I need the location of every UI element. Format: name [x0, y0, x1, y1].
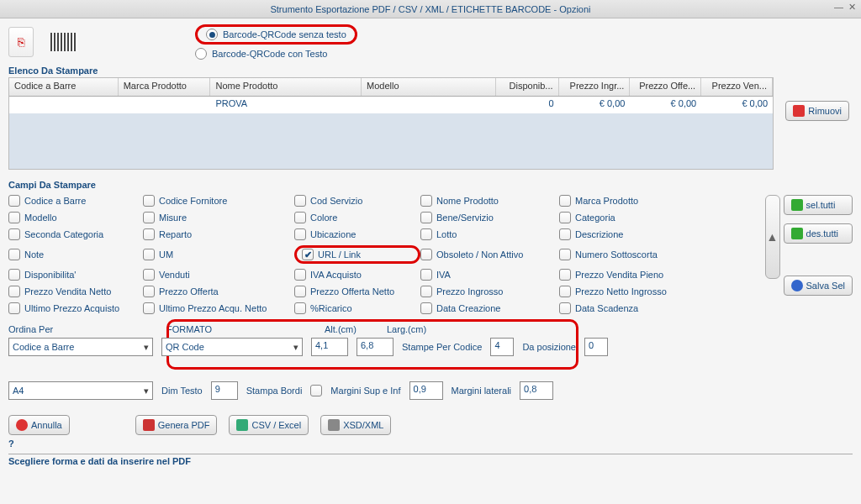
- check-icon: [791, 228, 803, 239]
- window-close-icon[interactable]: ✕: [848, 2, 856, 13]
- scroll-up-icon[interactable]: ▲: [765, 195, 780, 279]
- chk-modello[interactable]: [8, 212, 20, 223]
- chk-disponibilita[interactable]: [8, 269, 20, 281]
- check-icon: [791, 199, 803, 211]
- chk-reparto[interactable]: [143, 228, 155, 240]
- chk-categoria[interactable]: [559, 212, 571, 223]
- paper-select[interactable]: A4: [8, 381, 153, 400]
- save-sel-button[interactable]: Salva Sel: [784, 276, 853, 296]
- select-all-button[interactable]: sel.tutti: [784, 195, 853, 215]
- stampe-input[interactable]: 4: [490, 338, 514, 356]
- col-marca[interactable]: Marca Prodotto: [119, 78, 211, 96]
- chk-seconda-cat[interactable]: [8, 228, 20, 240]
- alt-input[interactable]: 4,1: [311, 338, 348, 356]
- formato-select[interactable]: QR Code: [161, 338, 303, 356]
- save-icon: [791, 280, 803, 291]
- alt-label: Alt.(cm): [325, 324, 363, 334]
- chk-note[interactable]: [8, 249, 20, 260]
- table-row[interactable]: PROVA 0 € 0,00 € 0,00 € 0,00: [9, 97, 773, 113]
- chk-venduti[interactable]: [143, 269, 155, 281]
- chk-prezzo-netto-ingrosso[interactable]: [559, 286, 571, 297]
- chk-iva-acquisto[interactable]: [294, 269, 306, 281]
- chk-marca-prodotto[interactable]: [559, 195, 571, 207]
- marginilat-label: Margini laterali: [452, 386, 512, 396]
- col-offe[interactable]: Prezzo Offe...: [630, 78, 701, 96]
- window-minimize-icon[interactable]: —: [834, 2, 843, 13]
- list-header: Elenco Da Stampare: [8, 66, 853, 76]
- chk-codice-fornitore[interactable]: [143, 195, 155, 207]
- highlight-url-link: URL / Link: [294, 245, 420, 264]
- chk-lotto[interactable]: [420, 228, 432, 240]
- stampe-label: Stampe Per Codice: [402, 342, 482, 352]
- radio-with-text-label: Barcode-QRCode con Testo: [212, 49, 327, 59]
- remove-icon: [793, 105, 805, 117]
- col-disponib[interactable]: Disponib...: [496, 78, 559, 96]
- radio-no-text[interactable]: [206, 29, 218, 40]
- chk-obsoleto[interactable]: [420, 249, 432, 260]
- chk-prezzo-v-netto[interactable]: [8, 286, 20, 297]
- chk-bordi[interactable]: [310, 385, 322, 396]
- table-header: Codice a Barre Marca Prodotto Nome Prodo…: [9, 78, 773, 97]
- dimtesto-label: Dim Testo: [161, 386, 203, 396]
- fields-grid: Codice a Barre Codice Fornitore Cod Serv…: [8, 195, 748, 314]
- chk-prezzo-offerta[interactable]: [143, 286, 155, 297]
- pdf-icon: [143, 419, 155, 431]
- bordi-label: Stampa Bordi: [246, 386, 303, 396]
- col-codice[interactable]: Codice a Barre: [9, 78, 119, 96]
- ordina-select[interactable]: Codice a Barre: [8, 338, 153, 356]
- chk-url-link[interactable]: [302, 249, 314, 260]
- chk-ricarico[interactable]: [294, 302, 306, 314]
- csv-button[interactable]: CSV / Excel: [229, 415, 309, 435]
- excel-icon: [236, 419, 248, 431]
- chk-num-sottoscorta[interactable]: [559, 249, 571, 260]
- cancel-icon: [16, 419, 28, 431]
- chk-data-creazione[interactable]: [420, 302, 432, 314]
- chk-ubicazione[interactable]: [294, 228, 306, 240]
- marginitb-input[interactable]: 0,9: [409, 381, 443, 400]
- chk-prezzo-pieno[interactable]: [559, 269, 571, 281]
- chk-iva[interactable]: [420, 269, 432, 281]
- barcode-icon: [50, 33, 77, 51]
- marginitb-label: Margini Sup e Inf: [330, 386, 400, 396]
- col-ven[interactable]: Prezzo Ven...: [701, 78, 773, 96]
- chk-prezzo-ingrosso[interactable]: [420, 286, 432, 297]
- col-ingr[interactable]: Prezzo Ingr...: [559, 78, 631, 96]
- chk-data-scadenza[interactable]: [559, 302, 571, 314]
- xsd-button[interactable]: XSD/XML: [320, 415, 391, 435]
- generate-pdf-button[interactable]: Genera PDF: [135, 415, 218, 435]
- cancel-button[interactable]: Annulla: [8, 415, 70, 435]
- chk-um[interactable]: [143, 249, 155, 260]
- chk-descrizione[interactable]: [559, 228, 571, 240]
- chk-ult-prezzo-acq[interactable]: [8, 302, 20, 314]
- dapos-input[interactable]: 0: [584, 338, 608, 356]
- chk-ult-prezzo-acq-netto[interactable]: [143, 302, 155, 314]
- ordina-label: Ordina Per: [8, 324, 143, 334]
- chk-misure[interactable]: [143, 212, 155, 223]
- larg-input[interactable]: 6,8: [357, 338, 394, 356]
- marginilat-input[interactable]: 0,8: [520, 381, 553, 400]
- xml-icon: [328, 419, 340, 431]
- status-hint: Scegliere forma e dati da inserire nel P…: [8, 454, 853, 466]
- chk-codice-barre[interactable]: [8, 195, 20, 207]
- formato-label: FORMATO: [166, 324, 301, 334]
- print-list-table: Codice a Barre Marca Prodotto Nome Prodo…: [8, 77, 774, 170]
- dimtesto-input[interactable]: 9: [211, 381, 238, 400]
- radio-no-text-label: Barcode-QRCode senza testo: [223, 29, 346, 39]
- chk-bene-servizio[interactable]: [420, 212, 432, 223]
- radio-with-text[interactable]: [195, 48, 207, 60]
- col-nome[interactable]: Nome Prodotto: [210, 78, 362, 96]
- chk-nome-prodotto[interactable]: [420, 195, 432, 207]
- window-title: Strumento Esportazione PDF / CSV / XML /…: [270, 4, 590, 14]
- col-modello[interactable]: Modello: [362, 78, 496, 96]
- deselect-all-button[interactable]: des.tutti: [784, 223, 853, 244]
- chk-colore[interactable]: [294, 212, 306, 223]
- window-titlebar: Strumento Esportazione PDF / CSV / XML /…: [0, 0, 861, 18]
- dapos-label: Da posizione: [522, 342, 576, 352]
- help-icon[interactable]: ?: [8, 438, 853, 449]
- chk-cod-servizio[interactable]: [294, 195, 306, 207]
- pdf-icon: ⎘: [8, 27, 34, 57]
- fields-header: Campi Da Stampare: [8, 180, 853, 190]
- larg-label: Larg.(cm): [387, 324, 434, 334]
- chk-prezzo-offerta-netto[interactable]: [294, 286, 306, 297]
- remove-button[interactable]: Rimuovi: [785, 101, 849, 121]
